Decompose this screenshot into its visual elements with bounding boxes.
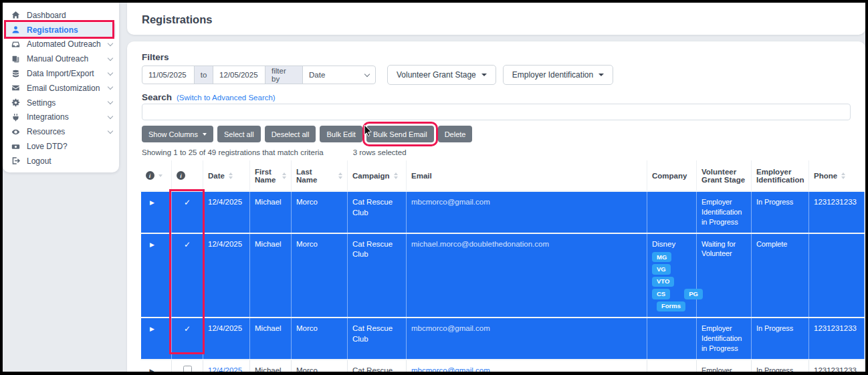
header-select-column[interactable]: i: [172, 160, 203, 191]
header-date[interactable]: Date: [203, 160, 250, 191]
header-campaign[interactable]: Campaign: [348, 160, 407, 191]
date-to-input[interactable]: [213, 66, 265, 84]
header-email[interactable]: Email: [407, 160, 647, 191]
user-icon: [11, 25, 21, 35]
cell-phone: [809, 233, 865, 318]
sidebar-item-label: Email Customization: [27, 84, 100, 93]
info-icon: i: [177, 171, 185, 180]
cell-email-link[interactable]: mbcmorco@gmail.com: [407, 360, 647, 372]
sidebar-item-label: Manual Outreach: [27, 54, 88, 64]
sidebar-item-email-customization[interactable]: Email Customization: [3, 81, 119, 96]
cell-company: Disney MG VG VTO CS PG Forms: [647, 233, 697, 318]
sort-icon: [394, 172, 398, 179]
chevron-down-icon: [108, 84, 113, 90]
sidebar-item-label: Dashboard: [27, 11, 66, 20]
sort-icon: [282, 172, 286, 179]
sidebar-item-settings[interactable]: Settings: [3, 96, 119, 110]
chevron-down-icon: [108, 41, 113, 46]
sidebar-item-label: Data Import/Export: [27, 69, 94, 78]
search-heading-row: Search (Switch to Advanced Search): [142, 92, 276, 102]
sort-icon: [841, 172, 845, 179]
showing-status: Showing 1 to 25 of 49 registrations that…: [142, 148, 324, 156]
button-label: Delete: [445, 130, 466, 138]
row-checkbox-unchecked[interactable]: [183, 366, 192, 372]
row-checkbox-checked[interactable]: ✓: [184, 240, 191, 249]
header-company[interactable]: Company: [647, 160, 697, 191]
cell-employer-identification: Complete: [752, 233, 809, 318]
chevron-down-icon: [108, 114, 113, 119]
cell-date-link[interactable]: 12/4/2025: [203, 360, 250, 372]
date-filter-group: to filter by Date: [142, 66, 376, 84]
search-heading: Search: [142, 92, 172, 102]
table-row[interactable]: ▶ 12/4/2025 Michael Morco Cat Rescue Clu…: [141, 360, 865, 372]
cell-last-name: Morco: [292, 360, 348, 372]
sidebar-item-manual-outreach[interactable]: Manual Outreach: [3, 51, 119, 66]
cell-company: [647, 318, 697, 360]
cell-date: 12/4/2025: [203, 318, 250, 360]
table-row[interactable]: ▶ ✓ 12/4/2025 Michael Morco Cat Rescue C…: [141, 318, 865, 360]
table-row[interactable]: ▶ ✓ 12/4/2025 Michael Morco Cat Rescue C…: [141, 191, 865, 233]
database-icon: [11, 69, 21, 79]
date-from-input[interactable]: [142, 66, 195, 84]
volunteer-grant-stage-dropdown[interactable]: Volunteer Grant Stage: [387, 65, 496, 85]
logout-icon: [11, 156, 21, 166]
badge-vg: VG: [652, 264, 671, 274]
delete-button[interactable]: Delete: [438, 126, 473, 142]
advanced-search-link[interactable]: (Switch to Advanced Search): [177, 94, 276, 102]
filter-by-select[interactable]: Date: [302, 66, 376, 84]
sidebar-item-automated-outreach[interactable]: Automated Outreach: [3, 37, 119, 52]
company-badges: MG VG VTO CS PG Forms: [652, 252, 691, 311]
bulk-edit-button[interactable]: Bulk Edit: [320, 126, 362, 142]
sort-icon: [229, 172, 233, 179]
status-row: Showing 1 to 25 of 49 registrations that…: [142, 148, 407, 156]
badge-mg: MG: [652, 252, 671, 262]
bulk-send-email-button[interactable]: Bulk Send Email: [366, 126, 434, 142]
eye-icon: [11, 127, 21, 137]
chevron-down-icon: [108, 128, 113, 134]
expand-row-icon[interactable]: ▶: [150, 199, 154, 206]
cell-first-name: Michael: [250, 360, 292, 372]
cell-volunteer-grant-stage: Waiting for Volunteer: [697, 233, 752, 318]
expand-row-icon[interactable]: ▶: [150, 241, 154, 248]
show-columns-button[interactable]: Show Columns: [142, 126, 213, 142]
button-label: Deselect all: [272, 130, 310, 138]
cell-phone: 1231231233: [809, 191, 865, 233]
expand-row-icon[interactable]: ▶: [150, 368, 154, 372]
cell-last-name: Morco: [292, 191, 348, 233]
expand-row-icon[interactable]: ▶: [150, 326, 154, 332]
header-phone[interactable]: Phone: [809, 160, 865, 191]
sidebar-item-resources[interactable]: Resources: [3, 124, 119, 139]
header-first-name[interactable]: First Name: [250, 160, 292, 191]
employer-identification-dropdown[interactable]: Employer Identification: [503, 65, 613, 85]
papers-icon: [11, 54, 21, 64]
chevron-down-icon: [108, 55, 113, 61]
header-employer-identification[interactable]: Employer Identification: [752, 160, 809, 191]
cell-employer-identification: In Progress: [752, 318, 809, 360]
sidebar-item-data-import-export[interactable]: Data Import/Export: [3, 66, 119, 81]
sidebar-item-registrations[interactable]: Registrations: [5, 23, 116, 37]
row-checkbox-checked[interactable]: ✓: [184, 324, 191, 334]
table-row[interactable]: ▶ ✓ 12/4/2025 Michael Morco Cat Rescue C…: [141, 233, 865, 318]
cell-first-name: Michael: [250, 318, 292, 360]
sidebar-item-love-dtd[interactable]: Love DTD?: [3, 139, 119, 154]
sort-icon: [158, 174, 162, 177]
content-card: Filters to filter by Date Volunteer Gran…: [127, 41, 865, 372]
money-icon: [11, 142, 21, 152]
select-all-button[interactable]: Select all: [217, 126, 261, 142]
deselect-all-button[interactable]: Deselect all: [265, 126, 316, 142]
sidebar-item-logout[interactable]: Logout: [3, 154, 119, 168]
page-header: Registrations: [127, 3, 865, 35]
button-label: Bulk Send Email: [373, 130, 427, 138]
cell-first-name: Michael: [250, 191, 292, 233]
header-last-name[interactable]: Last Name: [292, 160, 348, 191]
caret-down-icon: [203, 133, 207, 136]
sidebar-item-dashboard[interactable]: Dashboard: [3, 8, 119, 23]
header-volunteer-grant-stage[interactable]: Volunteer Grant Stage: [697, 160, 752, 191]
cell-last-name: Morco: [292, 318, 348, 360]
row-checkbox-checked[interactable]: ✓: [184, 198, 191, 207]
chevron-down-icon: [108, 70, 113, 75]
header-expand-column[interactable]: i: [141, 160, 172, 191]
cell-campaign: Cat Rescue Club: [348, 360, 407, 372]
search-input[interactable]: [142, 104, 851, 120]
sidebar-item-integrations[interactable]: Integrations: [3, 110, 119, 125]
